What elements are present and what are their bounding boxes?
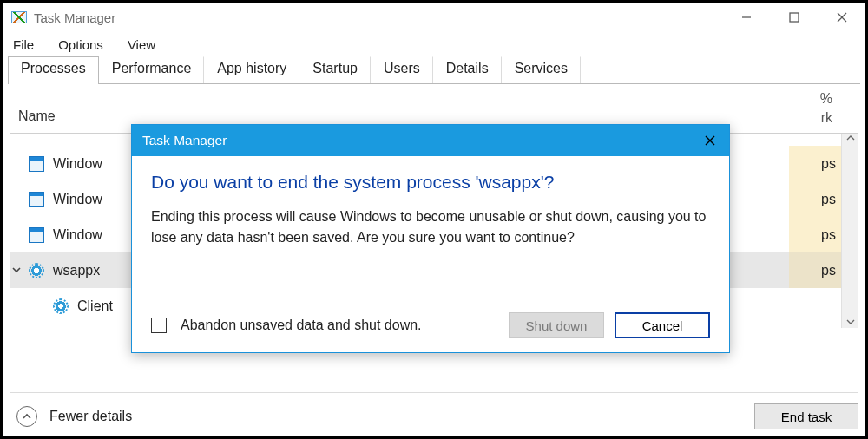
menu-options[interactable]: Options (58, 37, 103, 52)
close-button[interactable] (818, 3, 865, 32)
process-name: Client (77, 298, 113, 314)
fewer-details-label: Fewer details (49, 409, 132, 424)
window-icon (29, 227, 44, 243)
dialog-message: Ending this process will cause Windows t… (151, 206, 710, 248)
tabstrip-border (8, 83, 860, 84)
column-right[interactable]: % rk (820, 89, 832, 128)
process-name: Window (53, 192, 102, 207)
tab-details[interactable]: Details (433, 56, 502, 84)
gear-icon (53, 298, 69, 314)
chevron-up-circle-icon (16, 406, 37, 427)
process-name: Window (53, 227, 102, 243)
maximize-button[interactable] (770, 3, 818, 32)
dialog-close-button[interactable] (691, 125, 729, 156)
window-title: Task Manager (34, 10, 115, 25)
window-icon (29, 156, 44, 172)
scroll-down-icon[interactable] (846, 318, 855, 328)
svg-rect-1 (790, 13, 799, 22)
process-value: ps (789, 252, 841, 288)
dialog-titlebar: Task Manager (132, 125, 729, 156)
dialog-actions: Abandon unsaved data and shut down. Shut… (151, 312, 710, 338)
process-name: wsappx (53, 263, 100, 278)
chevron-down-icon[interactable] (11, 263, 23, 278)
tab-users[interactable]: Users (371, 56, 433, 84)
end-task-button[interactable]: End task (754, 403, 858, 429)
tab-app-history[interactable]: App history (204, 56, 299, 84)
minimize-button[interactable] (722, 3, 770, 32)
menu-file[interactable]: File (13, 37, 34, 52)
gear-icon (29, 263, 44, 278)
tab-services[interactable]: Services (502, 56, 581, 84)
tab-startup[interactable]: Startup (299, 56, 371, 84)
dialog-title: Task Manager (142, 133, 227, 148)
abandon-checkbox[interactable] (151, 318, 167, 333)
menu-view[interactable]: View (128, 37, 155, 52)
process-name: Window (53, 156, 102, 172)
fewer-details-toggle[interactable]: Fewer details (16, 406, 132, 427)
scroll-up-icon[interactable] (846, 134, 855, 144)
cancel-button[interactable]: Cancel (615, 312, 710, 338)
column-name[interactable]: Name (18, 108, 858, 124)
scrollbar-vertical[interactable] (841, 134, 858, 328)
shut-down-button[interactable]: Shut down (509, 312, 604, 338)
tabstrip: Processes Performance App history Startu… (3, 56, 865, 84)
tab-performance[interactable]: Performance (99, 56, 205, 84)
confirm-dialog: Task Manager Do you want to end the syst… (131, 124, 730, 353)
process-value: ps (789, 146, 841, 181)
window-controls (722, 3, 865, 32)
app-icon (11, 11, 27, 23)
abandon-checkbox-label: Abandon unsaved data and shut down. (181, 318, 422, 333)
dialog-body: Do you want to end the system process 'w… (132, 156, 729, 257)
tab-processes[interactable]: Processes (8, 56, 99, 84)
menubar: File Options View (3, 32, 865, 56)
process-value: ps (789, 181, 841, 217)
dialog-headline: Do you want to end the system process 'w… (151, 172, 710, 193)
footer: Fewer details End task (10, 392, 858, 429)
process-value: ps (789, 217, 841, 252)
titlebar: Task Manager (3, 3, 865, 32)
window-icon (29, 192, 44, 207)
